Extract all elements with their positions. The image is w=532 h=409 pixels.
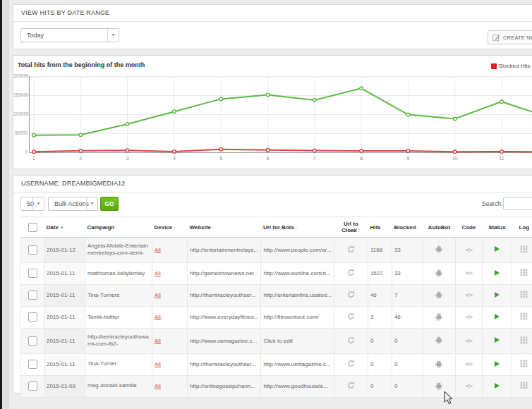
row-checkbox[interactable] [28,360,37,369]
cell-log [512,262,532,284]
log-icon[interactable] [520,245,528,253]
android-icon[interactable] [435,335,443,345]
y-tick-label: 100000 [13,111,28,116]
android-icon[interactable] [435,359,443,369]
cell-hits: 3 [368,306,392,328]
refresh-icon[interactable] [347,381,355,389]
go-button[interactable]: GO [100,197,119,211]
column-header-campaign[interactable]: Campaign↕ [85,217,152,238]
x-tick-label: 9 [406,156,409,161]
column-header-url_to_cloak[interactable]: Url to Cloak↕ [334,217,368,238]
column-header-website[interactable]: Website↕ [188,217,261,238]
column-label: Website [190,224,212,231]
play-icon[interactable] [495,337,500,343]
search-input[interactable] [503,197,532,210]
log-icon[interactable] [520,381,528,389]
row-checkbox[interactable] [28,269,37,278]
refresh-icon[interactable] [347,360,355,367]
row-checkbox[interactable] [28,291,37,300]
sort-icon: ↕ [295,225,298,230]
column-header-url_for_bots[interactable]: Url for Bots↕ [261,217,334,238]
cell-blocked: 0 [392,328,423,353]
row-checkbox[interactable] [28,336,37,346]
android-icon[interactable] [435,244,443,254]
refresh-icon[interactable] [347,269,355,276]
table-row: 2015-01-12Angela-Mobile-Entertainmentrel… [21,238,532,263]
cell-status [482,306,512,328]
log-icon[interactable] [520,336,528,344]
data-point [173,150,176,154]
cell-status [482,262,512,284]
cell-code: </> [455,238,482,263]
cell-url_to_cloak [334,262,368,284]
data-point [500,150,504,154]
cell-campaign: meg-donald-kamille [85,375,152,397]
data-point [219,147,223,151]
play-icon[interactable] [495,383,500,389]
cell-campaign: Tamik-twitter [85,306,152,328]
device-link[interactable]: All [155,338,161,344]
cell-website: http://onlinegossipchann... [188,375,261,397]
device-link[interactable]: All [155,292,161,298]
cell-autobot [423,353,455,375]
row-checkbox[interactable] [28,381,37,391]
table-row: 2015-01-11Tamik-twitterAllhttp://www.eve… [21,306,532,328]
play-icon[interactable] [495,314,500,319]
dashboard-screen: VIEW HITS BY DATE RANGE Today ▾ CREATE N… [0,0,532,409]
column-label: Device [155,224,173,231]
play-icon[interactable] [495,246,500,252]
log-icon[interactable] [520,312,528,320]
row-checkbox[interactable] [28,312,37,322]
log-icon[interactable] [520,360,528,367]
android-icon[interactable] [435,312,443,322]
data-point [126,149,129,152]
play-icon[interactable] [495,361,500,367]
android-icon[interactable] [435,290,443,300]
column-header-blocked[interactable]: Blocked↕ [392,217,423,238]
cell-date: 2015-01-11 [44,306,85,328]
cell-status [482,353,512,375]
play-icon[interactable] [495,292,500,298]
cell-url-for-bots: http://entertainthis.usatod... [261,284,334,306]
device-link[interactable]: All [155,314,161,320]
device-link[interactable]: All [155,270,161,276]
log-icon[interactable] [520,269,528,276]
x-tick-label: 11 [499,156,504,161]
cell-campaign: Tina-Turner [85,353,152,375]
page-left-gutter [2,0,8,409]
sort-desc-icon: ▼ [60,226,64,230]
column-header-hits[interactable]: Hits↕ [368,217,392,238]
cell-status [482,284,512,306]
device-link[interactable]: All [155,247,161,253]
refresh-icon[interactable] [347,336,355,344]
bulk-actions-select[interactable]: Bulk Actions ▾ [48,197,98,211]
device-link[interactable]: All [155,383,161,389]
cell-hits: 0 [368,353,392,375]
data-point [173,110,176,114]
create-new-campaign-button[interactable]: CREATE NEW CAMPAIGN [488,30,532,44]
device-link[interactable]: All [155,361,161,367]
refresh-icon[interactable] [347,291,355,298]
column-label: Url for Bots [263,224,294,231]
refresh-icon[interactable] [347,245,355,253]
cell-date: 2015-01-11 [44,284,85,306]
date-range-select[interactable]: Today ▾ [20,28,119,42]
cell-code: </> [455,262,482,284]
table-row: 2015-01-11Tina-TurnersAllhttp://themirac… [21,284,532,306]
android-icon[interactable] [435,381,443,391]
page-size-select[interactable]: 50 ▾ [20,197,44,211]
play-icon[interactable] [495,270,500,276]
android-icon[interactable] [435,268,443,278]
table-row: 2015-01-11Tina-TurnerAllhttp://themiracl… [21,353,532,375]
x-tick-label: 7 [313,156,316,161]
new-campaign-icon [492,34,500,42]
column-header-date[interactable]: Date▼ [44,217,85,238]
column-header-device[interactable]: Device↕ [152,217,188,238]
cell-hits: 46 [368,284,392,306]
refresh-icon[interactable] [347,312,355,320]
select-all-checkbox[interactable] [28,223,37,232]
cell-status [482,375,512,397]
x-tick-label: 3 [126,156,129,161]
log-icon[interactable] [520,291,528,298]
row-checkbox[interactable] [28,245,37,255]
